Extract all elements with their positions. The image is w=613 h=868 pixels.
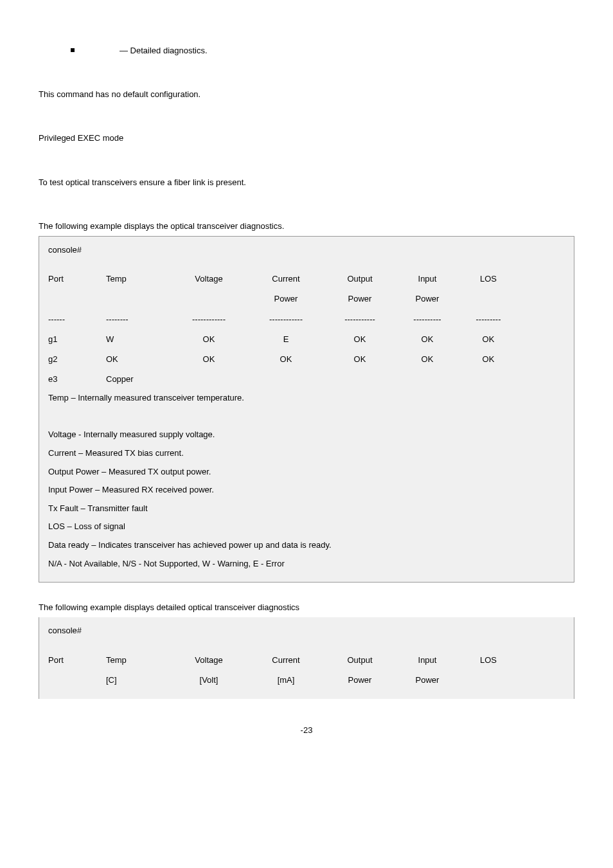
table-header-row: Port Temp Voltage Current Output Input L… xyxy=(48,650,565,670)
col-header: Current xyxy=(247,269,324,289)
col-header: Temp xyxy=(106,650,170,670)
note-line: Voltage - Internally measured supply vol… xyxy=(48,426,565,444)
col-header: Port xyxy=(48,650,106,670)
cell: Copper xyxy=(106,369,170,389)
note-line: Data ready – Indicates transceiver has a… xyxy=(48,536,565,555)
dashes: ---------- xyxy=(395,309,459,329)
cell: OK xyxy=(395,329,459,349)
cell: g2 xyxy=(48,349,106,369)
console-output-box-1: console# Port Temp Voltage Current Outpu… xyxy=(39,236,574,583)
dashes: ----------- xyxy=(324,309,395,329)
dashes: --------- xyxy=(459,309,517,329)
note-line: Temp – Internally measured transceiver t… xyxy=(48,389,565,408)
cell: W xyxy=(106,329,170,349)
bullet-item: — Detailed diagnostics. xyxy=(71,45,574,57)
console-prompt: console# xyxy=(48,625,565,637)
cell: OK xyxy=(459,349,517,369)
col-subheader: [Volt] xyxy=(170,670,247,690)
col-header: Output xyxy=(324,650,395,670)
cell: OK xyxy=(170,349,247,369)
cell: e3 xyxy=(48,369,106,389)
cell: OK xyxy=(395,349,459,369)
table-header-row: Port Temp Voltage Current Output Input L… xyxy=(48,269,565,289)
dashes: ------ xyxy=(48,309,106,329)
console-output-box-2: console# Port Temp Voltage Current Outpu… xyxy=(39,617,574,699)
col-subheader: Power xyxy=(395,289,459,309)
dashes: -------- xyxy=(106,309,170,329)
bullet-icon xyxy=(71,48,75,52)
bullet-text: — Detailed diagnostics. xyxy=(120,45,208,57)
cell: E xyxy=(247,329,324,349)
console-prompt: console# xyxy=(48,244,565,256)
cell: OK xyxy=(170,329,247,349)
cell: OK xyxy=(247,349,324,369)
col-header: LOS xyxy=(459,650,517,670)
example-caption: The following example displays detailed … xyxy=(39,602,574,613)
table-row: g2 OK OK OK OK OK OK xyxy=(48,349,565,369)
body-paragraph: This command has no default configuratio… xyxy=(39,89,574,100)
example-caption: The following example displays the optic… xyxy=(39,221,574,232)
cell: OK xyxy=(324,349,395,369)
col-subheader: Power xyxy=(247,289,324,309)
col-header: Port xyxy=(48,269,106,289)
col-subheader: [mA] xyxy=(247,670,324,690)
dashes: ------------ xyxy=(170,309,247,329)
note-line: Current – Measured TX bias current. xyxy=(48,444,565,463)
body-paragraph: To test optical transceivers ensure a fi… xyxy=(39,177,574,188)
cell: g1 xyxy=(48,329,106,349)
col-subheader: [C] xyxy=(106,670,170,690)
table-header-row-2: [C] [Volt] [mA] Power Power xyxy=(48,670,565,690)
col-subheader: Power xyxy=(324,670,395,690)
body-paragraph: Privileged EXEC mode xyxy=(39,132,574,144)
note-line: LOS – Loss of signal xyxy=(48,518,565,536)
note-line: Output Power – Measured TX output power. xyxy=(48,463,565,482)
table-divider-row: ------ -------- ------------ -----------… xyxy=(48,309,565,329)
note-line: Input Power – Measured RX received power… xyxy=(48,481,565,500)
note-line: N/A - Not Available, N/S - Not Supported… xyxy=(48,555,565,574)
table-row: e3 Copper xyxy=(48,369,565,389)
cell: OK xyxy=(459,329,517,349)
col-subheader: Power xyxy=(324,289,395,309)
col-header: Output xyxy=(324,269,395,289)
col-header: Current xyxy=(247,650,324,670)
table-header-row-2: Power Power Power xyxy=(48,289,565,309)
col-subheader: Power xyxy=(395,670,459,690)
col-header: Input xyxy=(395,269,459,289)
table-row: g1 W OK E OK OK OK xyxy=(48,329,565,349)
col-header: LOS xyxy=(459,269,517,289)
page-number: -23 xyxy=(39,725,574,736)
col-header: Voltage xyxy=(170,269,247,289)
col-header: Temp xyxy=(106,269,170,289)
col-header: Input xyxy=(395,650,459,670)
cell: OK xyxy=(324,329,395,349)
dashes: ------------ xyxy=(247,309,324,329)
note-line: Tx Fault – Transmitter fault xyxy=(48,500,565,518)
note-line xyxy=(48,408,565,426)
col-header: Voltage xyxy=(170,650,247,670)
cell: OK xyxy=(106,349,170,369)
